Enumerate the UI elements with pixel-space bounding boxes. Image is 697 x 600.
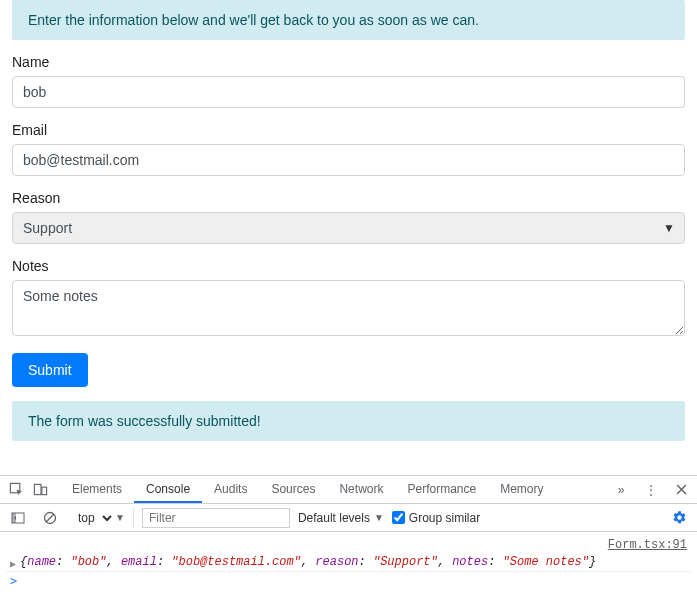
tab-sources[interactable]: Sources xyxy=(259,476,327,503)
tab-memory[interactable]: Memory xyxy=(488,476,555,503)
info-alert: Enter the information below and we'll ge… xyxy=(12,0,685,40)
more-tabs-icon[interactable]: » xyxy=(609,478,633,502)
notes-label: Notes xyxy=(12,258,685,274)
email-input[interactable] xyxy=(12,144,685,176)
chevron-down-icon: ▼ xyxy=(374,512,384,523)
filter-input[interactable] xyxy=(142,508,290,528)
name-label: Name xyxy=(12,54,685,70)
device-toolbar-icon[interactable] xyxy=(28,478,52,502)
clear-console-icon[interactable] xyxy=(38,506,62,530)
inspect-element-icon[interactable] xyxy=(4,478,28,502)
tab-console[interactable]: Console xyxy=(134,476,202,503)
context-select[interactable]: top xyxy=(70,508,115,528)
tab-audits[interactable]: Audits xyxy=(202,476,259,503)
reason-select[interactable]: Support xyxy=(12,212,685,244)
console-prompt[interactable]: > xyxy=(6,572,691,590)
console-sidebar-toggle-icon[interactable] xyxy=(6,506,30,530)
tab-performance[interactable]: Performance xyxy=(395,476,488,503)
chevron-down-icon: ▼ xyxy=(115,512,125,523)
close-icon[interactable] xyxy=(669,478,693,502)
devtools-tabbar: Elements Console Audits Sources Network … xyxy=(0,476,697,504)
submit-button[interactable]: Submit xyxy=(12,353,88,387)
disclosure-triangle-icon[interactable]: ▶ xyxy=(10,558,16,570)
email-label: Email xyxy=(12,122,685,138)
svg-rect-1 xyxy=(34,484,41,494)
svg-rect-2 xyxy=(41,487,46,495)
console-toolbar: top ▼ Default levels ▼ Group similar xyxy=(0,504,697,532)
group-similar-checkbox[interactable]: Group similar xyxy=(392,511,480,525)
reason-label: Reason xyxy=(12,190,685,206)
source-link[interactable]: Form.tsx:91 xyxy=(6,536,691,554)
notes-textarea[interactable] xyxy=(12,280,685,336)
devtools-panel: Elements Console Audits Sources Network … xyxy=(0,475,697,594)
console-log-entry[interactable]: ▶ {name: "bob", email: "bob@testmail.com… xyxy=(6,554,691,572)
kebab-menu-icon[interactable]: ⋮ xyxy=(639,478,663,502)
name-input[interactable] xyxy=(12,76,685,108)
tab-network[interactable]: Network xyxy=(327,476,395,503)
success-alert: The form was successfully submitted! xyxy=(12,401,685,441)
tab-elements[interactable]: Elements xyxy=(60,476,134,503)
gear-icon[interactable] xyxy=(667,506,691,530)
log-levels-dropdown[interactable]: Default levels ▼ xyxy=(298,511,384,525)
